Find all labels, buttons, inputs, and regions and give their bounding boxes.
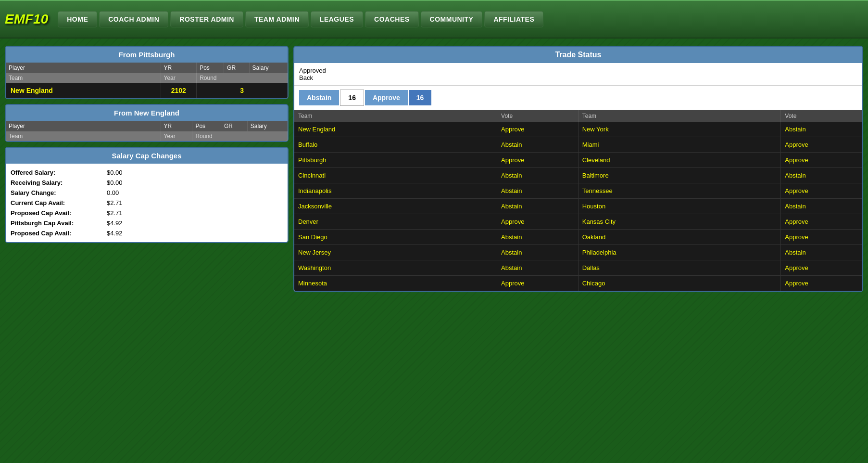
vote-val1: Approve [497, 122, 579, 137]
vote-val1: Approve [497, 153, 579, 168]
vote-val1: Abstain [497, 199, 579, 214]
col-yr-ne: YR [161, 121, 192, 131]
vote-row: Minnesota Approve Chicago Approve [294, 276, 862, 291]
nav-coach-admin[interactable]: COACH ADMIN [99, 11, 168, 27]
trade-year: 2102 [161, 83, 197, 98]
vote-row: Indianapolis Abstain Tennessee Approve [294, 183, 862, 199]
salary-row-offered: Offered Salary: $0.00 [11, 167, 283, 178]
col-player: Player [6, 63, 161, 73]
vote-val1: Abstain [497, 260, 579, 276]
vote-val2: Approve [781, 276, 862, 291]
from-new-england-body: Player YR Pos GR Salary Team Year Round [6, 121, 288, 141]
nav-home[interactable]: HOME [58, 11, 97, 27]
vote-team2: Houston [578, 199, 781, 214]
vote-team1: Washington [294, 260, 497, 276]
vote-team1: New England [294, 122, 497, 137]
vote-row: Cincinnati Abstain Baltimore Abstain [294, 168, 862, 183]
abstain-button[interactable]: Abstain [299, 90, 339, 105]
vote-team2: Philadelphia [578, 245, 781, 260]
salary-row-change: Salary Change: 0.00 [11, 188, 283, 198]
vote-val1: Approve [497, 214, 579, 230]
from-pittsburgh-table: Player YR Pos GR Salary Team Year Round [6, 63, 288, 98]
from-new-england-table: Player YR Pos GR Salary Team Year Round [6, 121, 288, 141]
nav-affiliates[interactable]: AFFILIATES [484, 11, 543, 27]
vote-team1: Buffalo [294, 137, 497, 153]
salary-value-current-cap: $2.71 [107, 199, 123, 206]
nav-items: HOME COACH ADMIN ROSTER ADMIN TEAM ADMIN… [58, 11, 543, 27]
col-gr-ne: GR [221, 121, 247, 131]
vote-team2: Miami [578, 137, 781, 153]
vote-team2: New York [578, 122, 781, 137]
salary-label-proposed-cap2: Proposed Cap Avail: [11, 230, 107, 237]
salary-row-current-cap: Current Cap Avail: $2.71 [11, 198, 283, 208]
nav-community[interactable]: COMMUNITY [421, 11, 483, 27]
vote-row: Washington Abstain Dallas Approve [294, 260, 862, 276]
nav-roster-admin[interactable]: ROSTER ADMIN [170, 11, 243, 27]
salary-row-proposed-cap: Proposed Cap Avail: $2.71 [11, 208, 283, 218]
vote-team1: Pittsburgh [294, 153, 497, 168]
col-salary: Salary [249, 63, 288, 73]
vote-val2: Approve [781, 214, 862, 230]
left-panel: From Pittsburgh Player YR Pos GR Salary [5, 46, 289, 292]
col-pos-ne: Pos [192, 121, 221, 131]
main-content: From Pittsburgh Player YR Pos GR Salary [0, 41, 868, 297]
th-vote1: Vote [497, 110, 579, 122]
salary-value-offered: $0.00 [107, 169, 123, 176]
nav-logo: EMF10 [5, 12, 48, 27]
vote-summary: Abstain 16 Approve 16 [294, 86, 862, 110]
from-new-england-title: From New England [6, 105, 288, 121]
salary-label-proposed-cap: Proposed Cap Avail: [11, 209, 107, 217]
salary-label-offered: Offered Salary: [11, 169, 107, 176]
salary-value-pitts-cap: $4.92 [107, 219, 123, 227]
nav-bar: EMF10 HOME COACH ADMIN ROSTER ADMIN TEAM… [0, 0, 868, 39]
col-player-ne: Player [6, 121, 161, 131]
vote-team2: Dallas [578, 260, 781, 276]
vote-team1: New Jersey [294, 245, 497, 260]
col-salary-ne: Salary [247, 121, 287, 131]
vote-val2: Abstain [781, 245, 862, 260]
vote-team2: Cleveland [578, 153, 781, 168]
subheader-round-ne: Round [192, 131, 288, 141]
vote-team2: Kansas City [578, 214, 781, 230]
status-line1: Approved [299, 67, 857, 74]
th-team2: Team [578, 110, 781, 122]
col-pos: Pos [197, 63, 224, 73]
salary-value-receiving: $0.00 [107, 179, 123, 186]
trade-round: 3 [197, 83, 288, 98]
vote-val2: Abstain [781, 199, 862, 214]
salary-label-receiving: Receiving Salary: [11, 179, 107, 186]
subheader-team: Team [6, 73, 161, 83]
salary-row-pitts-cap: Pittsburgh Cap Avail: $4.92 [11, 218, 283, 228]
vote-val2: Approve [781, 137, 862, 153]
vote-team1: Minnesota [294, 276, 497, 291]
nav-leagues[interactable]: LEAGUES [311, 11, 363, 27]
salary-cap-body: Offered Salary: $0.00 Receiving Salary: … [6, 164, 288, 242]
subheader-year: Year [161, 73, 197, 83]
trade-status-body: Approved Back Abstain 16 Approve 16 Team… [294, 63, 862, 291]
salary-label-change: Salary Change: [11, 189, 107, 196]
pittsburgh-trade-row: New England 2102 3 [6, 83, 288, 98]
approve-count: 16 [409, 90, 432, 105]
vote-team1: Cincinnati [294, 168, 497, 183]
from-pittsburgh-body: Player YR Pos GR Salary Team Year Round [6, 63, 288, 98]
nav-team-admin[interactable]: TEAM ADMIN [245, 11, 309, 27]
th-vote2: Vote [781, 110, 862, 122]
status-text-area: Approved Back [294, 63, 862, 86]
salary-value-proposed-cap: $2.71 [107, 209, 123, 217]
vote-row: Pittsburgh Approve Cleveland Approve [294, 153, 862, 168]
salary-value-proposed-cap2: $4.92 [107, 230, 123, 237]
vote-team2: Baltimore [578, 168, 781, 183]
vote-val2: Approve [781, 260, 862, 276]
salary-row-proposed-cap2: Proposed Cap Avail: $4.92 [11, 228, 283, 238]
vote-table: Team Vote Team Vote New England Approve … [294, 110, 862, 291]
subheader-team-ne: Team [6, 131, 161, 141]
salary-value-change: 0.00 [107, 189, 119, 196]
vote-val1: Abstain [497, 245, 579, 260]
vote-team1: San Diego [294, 230, 497, 245]
approve-button[interactable]: Approve [365, 90, 408, 105]
th-team1: Team [294, 110, 497, 122]
vote-team2: Tennessee [578, 183, 781, 199]
vote-val2: Abstain [781, 168, 862, 183]
subheader-round: Round [197, 73, 288, 83]
nav-coaches[interactable]: COACHES [365, 11, 419, 27]
